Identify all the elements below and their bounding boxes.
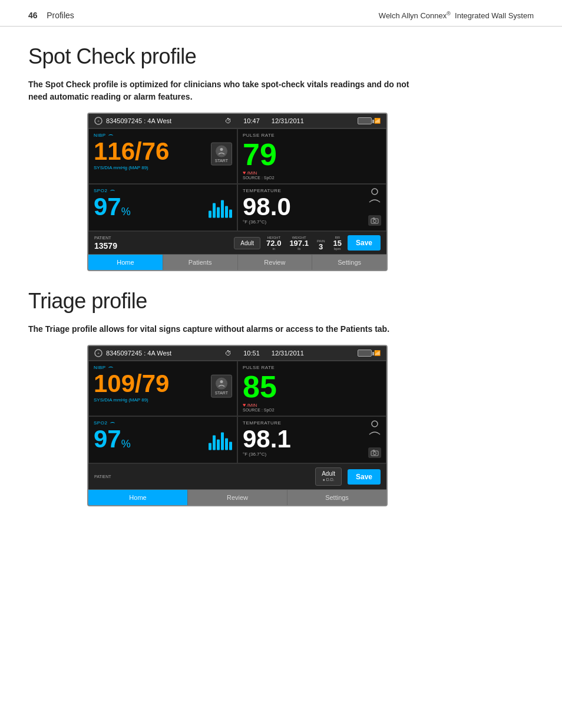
triage-patient-row: PATIENT Adult ● D.D. Save xyxy=(88,463,386,489)
spo2-cell: SpO2 97 % xyxy=(88,184,237,231)
triage-topbar-id: 8345097245 : 4A West xyxy=(106,350,171,357)
triage-spo2-unit: % xyxy=(121,436,131,452)
page-header: 46 Profiles Welch Allyn Connex® Integrat… xyxy=(0,0,562,27)
triage-adult-label: Adult xyxy=(322,470,335,477)
pain-item: PAIN 3 xyxy=(317,239,325,251)
spo2-wave xyxy=(110,190,115,193)
triage-wifi: 📶 xyxy=(374,350,381,356)
save-button[interactable]: Save xyxy=(348,235,381,251)
pulse-cell: PULSE RATE 79 ♥ /MIN SOURCE : SpO2 xyxy=(237,129,386,184)
spo2-waveform xyxy=(209,197,232,218)
svg-text:+: + xyxy=(97,351,100,355)
topbar-right: 📶 xyxy=(358,117,381,124)
spot-check-navbar: Home Patients Review Settings xyxy=(88,254,386,270)
triage-adult-button[interactable]: Adult ● D.D. xyxy=(315,467,342,485)
triage-topbar-left: + 8345097245 : 4A West xyxy=(94,349,171,357)
triage-nibp-wave xyxy=(108,367,113,370)
triage-connex-icon: + xyxy=(94,349,103,357)
triage-heart-icon: ♥ xyxy=(243,402,246,408)
rr-unit: bpm xyxy=(334,247,341,251)
triage-nav-settings[interactable]: Settings xyxy=(287,490,386,505)
triage-temp-value: 98.1 xyxy=(243,427,381,452)
triage-nav-home[interactable]: Home xyxy=(88,490,188,505)
svg-point-9 xyxy=(220,380,223,383)
brand-name: Welch Allyn Connex xyxy=(379,11,447,20)
patient-row: PATIENT 13579 Adult HEIGHT 72.0 in WEIGH… xyxy=(88,231,386,254)
header-right: Welch Allyn Connex® Integrated Wall Syst… xyxy=(379,11,534,20)
adult-button[interactable]: Adult xyxy=(234,237,260,249)
triage-battery-icon xyxy=(358,350,372,357)
nibp-wave xyxy=(108,134,113,137)
triage-camera-icon xyxy=(368,447,381,458)
svg-point-5 xyxy=(373,219,376,222)
wifi-indicator: 📶 xyxy=(374,118,381,124)
pulse-unit: /MIN xyxy=(247,170,257,176)
triage-temp-cell: TEMPERATURE 98.1 °F (36.7°C) xyxy=(237,416,386,463)
spo2-value: 97 xyxy=(94,195,121,219)
spot-check-topbar: + 8345097245 : 4A West ⏱ 10:47 12/31/201… xyxy=(88,114,386,129)
camera-icon xyxy=(368,215,381,226)
triage-screen: + 8345097245 : 4A West ⏱ 10:51 12/31/201… xyxy=(87,345,388,506)
rr-item: RR 15 bpm xyxy=(333,236,342,251)
battery-icon xyxy=(358,117,372,124)
triage-spo2-value: 97 xyxy=(94,427,121,452)
triage-start-label: START xyxy=(215,391,228,395)
temp-cell: TEMPERATURE 98.0 °F (36.7°C) xyxy=(237,184,386,231)
svg-point-2 xyxy=(220,148,223,151)
height-unit: in xyxy=(272,247,275,251)
weight-value: 197.1 xyxy=(289,239,309,247)
patient-info: PATIENT 13579 xyxy=(94,236,117,251)
triage-patient-right: Adult ● D.D. Save xyxy=(315,467,381,485)
triage-start-button[interactable]: START xyxy=(211,375,232,398)
triage-navbar: Home Review Settings xyxy=(88,489,386,505)
pain-value: 3 xyxy=(319,243,323,251)
spot-check-desc: The Spot Check profile is optimized for … xyxy=(28,78,429,103)
patient-right: Adult HEIGHT 72.0 in WEIGHT 197.1 lb xyxy=(234,235,381,251)
triage-pulse-unit: /MIN xyxy=(247,403,257,408)
spot-check-title: Spot Check profile xyxy=(28,44,534,69)
svg-text:+: + xyxy=(97,119,100,123)
height-item: HEIGHT 72.0 in xyxy=(266,236,281,251)
nibp-start-button[interactable]: START xyxy=(211,143,232,166)
header-left: 46 Profiles xyxy=(28,11,74,20)
triage-topbar-center: ⏱ 10:51 12/31/2011 xyxy=(225,350,304,357)
spo2-unit: % xyxy=(121,204,131,220)
start-icon xyxy=(216,146,227,157)
triage-nibp-sub: SYS/DIA mmHg (MAP 89) xyxy=(94,397,232,403)
triage-nibp-cell: NIBP 109/79 SYS/DIA mmHg (MAP 89) START xyxy=(88,361,237,416)
heart-icon: ♥ xyxy=(243,170,246,176)
nav-patients[interactable]: Patients xyxy=(163,255,238,270)
spot-check-grid: NIBP 116/76 SYS/DIA mmHg (MAP 89) START … xyxy=(88,129,386,254)
svg-point-12 xyxy=(373,452,376,454)
triage-topbar-right: 📶 xyxy=(358,350,381,357)
triage-save-button[interactable]: Save xyxy=(348,469,381,485)
nav-settings[interactable]: Settings xyxy=(312,255,386,270)
product-subtitle: Integrated Wall System xyxy=(455,11,534,20)
topbar-time: 10:47 xyxy=(243,117,260,124)
nav-home[interactable]: Home xyxy=(88,255,163,270)
nav-review[interactable]: Review xyxy=(238,255,313,270)
spot-check-screen: + 8345097245 : 4A West ⏱ 10:47 12/31/201… xyxy=(87,113,388,271)
nibp-sub: SYS/DIA mmHg (MAP 89) xyxy=(94,165,232,170)
topbar-datetime: ⏱ 10:47 12/31/2011 xyxy=(225,117,304,124)
triage-desc: The Triage profile allows for vital sign… xyxy=(28,323,429,335)
registered-mark: ® xyxy=(447,11,451,17)
section-label: Profiles xyxy=(47,11,74,20)
triage-patient-label: PATIENT xyxy=(94,475,111,479)
triage-pulse-value: 85 xyxy=(243,371,381,402)
triage-clock-icon: ⏱ xyxy=(225,350,232,357)
weight-item: WEIGHT 197.1 lb xyxy=(289,236,309,251)
svg-point-3 xyxy=(372,189,378,195)
height-value: 72.0 xyxy=(266,239,281,247)
triage-nav-review[interactable]: Review xyxy=(188,490,287,505)
topbar-id-text: 8345097245 : 4A West xyxy=(106,117,171,124)
pulse-source: SOURCE : SpO2 xyxy=(243,176,381,180)
triage-spo2-waveform xyxy=(209,430,232,450)
patient-label: PATIENT xyxy=(94,236,117,240)
main-content: Spot Check profile The Spot Check profil… xyxy=(0,27,562,547)
topbar-clock-icon: ⏱ xyxy=(225,117,232,124)
nibp-cell: NIBP 116/76 SYS/DIA mmHg (MAP 89) START xyxy=(88,129,237,184)
triage-person-icon xyxy=(368,420,381,438)
triage-time: 10:51 xyxy=(243,350,260,357)
triage-adult-sub: ● D.D. xyxy=(322,477,335,482)
